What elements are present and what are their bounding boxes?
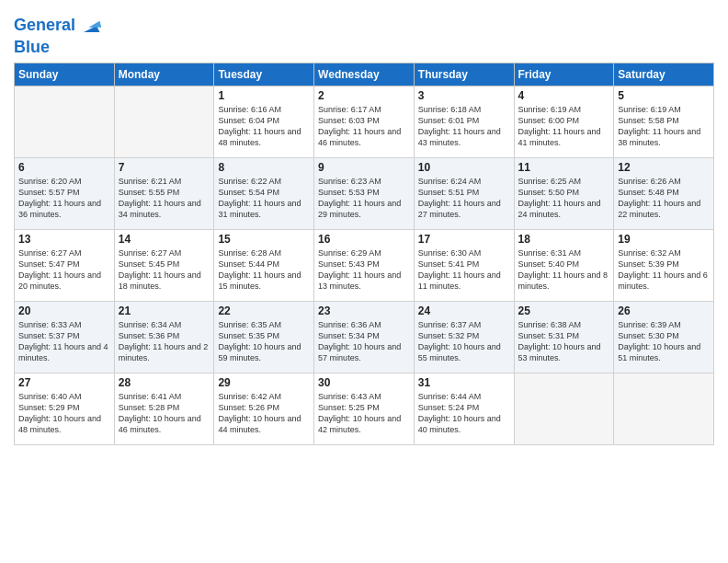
calendar-week-row: 20Sunrise: 6:33 AM Sunset: 5:37 PM Dayli…	[15, 301, 714, 373]
day-info: Sunrise: 6:31 AM Sunset: 5:40 PM Dayligh…	[518, 247, 610, 293]
weekday-header-monday: Monday	[114, 63, 214, 86]
day-info: Sunrise: 6:37 AM Sunset: 5:32 PM Dayligh…	[418, 319, 510, 364]
day-number: 17	[418, 233, 510, 246]
day-number: 16	[318, 233, 410, 246]
day-info: Sunrise: 6:22 AM Sunset: 5:54 PM Dayligh…	[218, 176, 310, 221]
day-number: 12	[618, 161, 710, 174]
day-info: Sunrise: 6:40 AM Sunset: 5:29 PM Dayligh…	[18, 391, 110, 436]
day-number: 6	[18, 161, 110, 174]
calendar-day-cell: 10Sunrise: 6:24 AM Sunset: 5:51 PM Dayli…	[414, 157, 514, 229]
day-number: 10	[418, 161, 510, 174]
calendar-day-cell: 6Sunrise: 6:20 AM Sunset: 5:57 PM Daylig…	[15, 157, 115, 229]
calendar-week-row: 27Sunrise: 6:40 AM Sunset: 5:29 PM Dayli…	[15, 373, 714, 444]
calendar-day-cell: 17Sunrise: 6:30 AM Sunset: 5:41 PM Dayli…	[414, 229, 514, 301]
calendar-table: SundayMondayTuesdayWednesdayThursdayFrid…	[14, 63, 714, 445]
weekday-header-tuesday: Tuesday	[214, 63, 314, 86]
day-number: 31	[418, 376, 510, 389]
day-number: 21	[119, 304, 210, 317]
day-number: 24	[418, 304, 510, 317]
calendar-day-cell: 28Sunrise: 6:41 AM Sunset: 5:28 PM Dayli…	[114, 373, 214, 444]
calendar-day-cell: 24Sunrise: 6:37 AM Sunset: 5:32 PM Dayli…	[414, 301, 514, 373]
page: General Blue SundayMondayTuesdayWednesda…	[0, 0, 728, 563]
calendar-day-cell: 31Sunrise: 6:44 AM Sunset: 5:24 PM Dayli…	[414, 373, 514, 444]
day-info: Sunrise: 6:34 AM Sunset: 5:36 PM Dayligh…	[119, 319, 210, 364]
day-info: Sunrise: 6:29 AM Sunset: 5:43 PM Dayligh…	[318, 247, 410, 293]
day-info: Sunrise: 6:19 AM Sunset: 5:58 PM Dayligh…	[618, 104, 710, 149]
day-info: Sunrise: 6:33 AM Sunset: 5:37 PM Dayligh…	[18, 319, 110, 364]
day-info: Sunrise: 6:38 AM Sunset: 5:31 PM Dayligh…	[518, 319, 610, 364]
calendar-day-cell: 8Sunrise: 6:22 AM Sunset: 5:54 PM Daylig…	[214, 157, 314, 229]
weekday-header-saturday: Saturday	[614, 63, 714, 86]
calendar-week-row: 6Sunrise: 6:20 AM Sunset: 5:57 PM Daylig…	[15, 157, 714, 229]
day-number: 13	[18, 233, 110, 246]
logo-general: General	[14, 16, 75, 34]
day-info: Sunrise: 6:43 AM Sunset: 5:25 PM Dayligh…	[318, 391, 410, 436]
day-info: Sunrise: 6:25 AM Sunset: 5:50 PM Dayligh…	[518, 176, 610, 221]
day-number: 7	[119, 161, 210, 174]
day-number: 4	[518, 89, 610, 102]
calendar-day-cell	[514, 373, 614, 444]
day-info: Sunrise: 6:36 AM Sunset: 5:34 PM Dayligh…	[318, 319, 410, 364]
calendar-day-cell: 22Sunrise: 6:35 AM Sunset: 5:35 PM Dayli…	[214, 301, 314, 373]
calendar-day-cell	[614, 373, 714, 444]
calendar-day-cell: 2Sunrise: 6:17 AM Sunset: 6:03 PM Daylig…	[314, 86, 415, 157]
logo-text-block: General Blue	[14, 13, 103, 57]
day-number: 29	[218, 376, 310, 389]
day-number: 1	[218, 89, 310, 102]
day-info: Sunrise: 6:17 AM Sunset: 6:03 PM Dayligh…	[318, 104, 410, 149]
calendar-day-cell: 29Sunrise: 6:42 AM Sunset: 5:26 PM Dayli…	[214, 373, 314, 444]
day-number: 20	[18, 304, 110, 317]
svg-marker-1	[88, 21, 101, 28]
weekday-header-wednesday: Wednesday	[314, 63, 415, 86]
calendar-day-cell: 5Sunrise: 6:19 AM Sunset: 5:58 PM Daylig…	[614, 86, 714, 157]
day-number: 19	[618, 233, 710, 246]
day-number: 15	[218, 233, 310, 246]
calendar-day-cell: 23Sunrise: 6:36 AM Sunset: 5:34 PM Dayli…	[314, 301, 415, 373]
calendar-day-cell: 18Sunrise: 6:31 AM Sunset: 5:40 PM Dayli…	[514, 229, 614, 301]
day-info: Sunrise: 6:41 AM Sunset: 5:28 PM Dayligh…	[119, 391, 210, 436]
calendar-day-cell: 3Sunrise: 6:18 AM Sunset: 6:01 PM Daylig…	[414, 86, 514, 157]
day-info: Sunrise: 6:18 AM Sunset: 6:01 PM Dayligh…	[418, 104, 510, 149]
calendar-day-cell: 12Sunrise: 6:26 AM Sunset: 5:48 PM Dayli…	[614, 157, 714, 229]
calendar-day-cell: 9Sunrise: 6:23 AM Sunset: 5:53 PM Daylig…	[314, 157, 415, 229]
day-number: 2	[318, 89, 410, 102]
day-info: Sunrise: 6:30 AM Sunset: 5:41 PM Dayligh…	[418, 247, 510, 293]
day-number: 27	[18, 376, 110, 389]
calendar-day-cell: 1Sunrise: 6:16 AM Sunset: 6:04 PM Daylig…	[214, 86, 314, 157]
calendar-day-cell: 30Sunrise: 6:43 AM Sunset: 5:25 PM Dayli…	[314, 373, 415, 444]
logo: General Blue	[14, 13, 103, 57]
day-info: Sunrise: 6:20 AM Sunset: 5:57 PM Dayligh…	[18, 176, 110, 221]
weekday-header-friday: Friday	[514, 63, 614, 86]
day-number: 25	[518, 304, 610, 317]
calendar-week-row: 13Sunrise: 6:27 AM Sunset: 5:47 PM Dayli…	[15, 229, 714, 301]
day-info: Sunrise: 6:26 AM Sunset: 5:48 PM Dayligh…	[618, 176, 710, 221]
logo-text: General	[14, 17, 75, 35]
logo-icon	[77, 13, 103, 39]
day-number: 18	[518, 233, 610, 246]
day-info: Sunrise: 6:44 AM Sunset: 5:24 PM Dayligh…	[418, 391, 510, 436]
day-info: Sunrise: 6:23 AM Sunset: 5:53 PM Dayligh…	[318, 176, 410, 221]
calendar-day-cell: 25Sunrise: 6:38 AM Sunset: 5:31 PM Dayli…	[514, 301, 614, 373]
day-info: Sunrise: 6:28 AM Sunset: 5:44 PM Dayligh…	[218, 247, 310, 293]
day-info: Sunrise: 6:16 AM Sunset: 6:04 PM Dayligh…	[218, 104, 310, 149]
day-info: Sunrise: 6:27 AM Sunset: 5:47 PM Dayligh…	[18, 247, 110, 293]
calendar-day-cell	[15, 86, 115, 157]
calendar-day-cell: 26Sunrise: 6:39 AM Sunset: 5:30 PM Dayli…	[614, 301, 714, 373]
calendar-week-row: 1Sunrise: 6:16 AM Sunset: 6:04 PM Daylig…	[15, 86, 714, 157]
calendar-day-cell: 19Sunrise: 6:32 AM Sunset: 5:39 PM Dayli…	[614, 229, 714, 301]
day-info: Sunrise: 6:39 AM Sunset: 5:30 PM Dayligh…	[618, 319, 710, 364]
day-number: 5	[618, 89, 710, 102]
calendar-day-cell: 20Sunrise: 6:33 AM Sunset: 5:37 PM Dayli…	[15, 301, 115, 373]
calendar-day-cell	[114, 86, 214, 157]
day-number: 30	[318, 376, 410, 389]
weekday-header-thursday: Thursday	[414, 63, 514, 86]
day-number: 3	[418, 89, 510, 102]
day-number: 14	[119, 233, 210, 246]
day-info: Sunrise: 6:35 AM Sunset: 5:35 PM Dayligh…	[218, 319, 310, 364]
day-number: 23	[318, 304, 410, 317]
calendar-day-cell: 13Sunrise: 6:27 AM Sunset: 5:47 PM Dayli…	[15, 229, 115, 301]
day-number: 28	[119, 376, 210, 389]
logo-blue: Blue	[14, 39, 103, 57]
calendar-day-cell: 7Sunrise: 6:21 AM Sunset: 5:55 PM Daylig…	[114, 157, 214, 229]
day-info: Sunrise: 6:21 AM Sunset: 5:55 PM Dayligh…	[119, 176, 210, 221]
